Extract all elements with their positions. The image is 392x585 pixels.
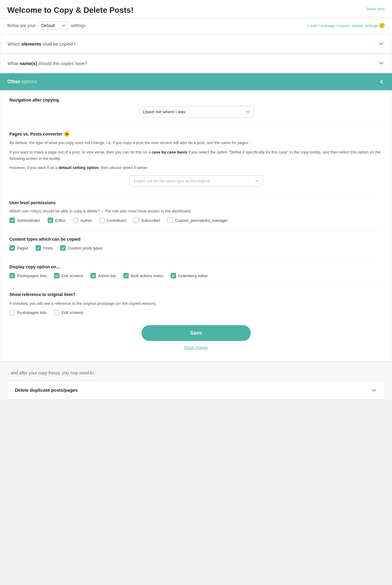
settings-row-left: Below are your Default Custom 1 Custom 2… [7, 21, 86, 30]
permission-author-label: Author [80, 218, 92, 223]
permission-editor-label: Editor [55, 218, 66, 223]
converter-desc3-bold: default setting option [59, 165, 99, 170]
display-copy-section: Display copy option on... Posts/pages li… [9, 264, 383, 278]
elements-prefix: Which [8, 41, 22, 46]
checkbox-custom-posts-icon [60, 245, 66, 251]
converter-title: Pages vs. Posts converter ★ [9, 131, 383, 137]
permission-contributor[interactable]: Contributor [99, 218, 126, 223]
checkbox-custom-permalinks-icon [167, 218, 173, 223]
converter-desc2-prefix: If you want to make a page out of a post… [9, 150, 152, 154]
permission-editor[interactable]: Editor [48, 218, 66, 223]
permissions-desc-italic: The role also must have access to the da… [104, 209, 192, 213]
checkbox-administrator-icon [9, 218, 15, 223]
checkbox-contributor-icon [99, 218, 105, 223]
navigation-dropdown[interactable]: Leave me where I was Go to the copy Go t… [138, 106, 254, 118]
content-type-posts[interactable]: Posts [36, 245, 53, 251]
delete-accordion[interactable]: Delete duplicate posts/pages [7, 381, 385, 400]
names-header-text: What name(s) should the copies have? [8, 61, 87, 66]
reference-posts-lists-label: Posts/pages lists [17, 310, 47, 315]
delete-chevron-down-icon [371, 387, 377, 393]
navigation-title: Navigation after copying [9, 98, 383, 102]
checkbox-author-icon [73, 218, 78, 223]
content-type-pages-label: Pages [17, 246, 28, 250]
divider-5 [9, 287, 383, 287]
display-copy-checkboxes: Posts/pages lists Edit screens Admin bar… [9, 273, 383, 278]
converter-section: Pages vs. Posts converter ★ By default, … [9, 131, 383, 187]
converter-desc3-prefix: However, if you want it as a [9, 165, 59, 170]
other-bold: Other [7, 79, 20, 84]
reference-posts-lists[interactable]: Posts/pages lists [9, 310, 47, 315]
nav-dropdown-wrapper: Leave me where I was Go to the copy Go t… [9, 106, 383, 118]
names-chevron-down-icon [378, 60, 384, 66]
checkbox-pages-icon [9, 245, 15, 251]
elements-accordion: Which elements shall be copied? [0, 34, 392, 53]
reference-edit-screens[interactable]: Edit screens [54, 310, 84, 315]
page-title: Welcome to Copy & Delete Posts! [7, 5, 134, 15]
permission-custom-permalinks[interactable]: Custom_permalinks_manager [167, 218, 227, 223]
checkbox-posts-icon [36, 245, 41, 251]
converter-title-text: Pages vs. Posts converter [9, 132, 62, 136]
other-options-section[interactable]: Other options [0, 73, 392, 90]
display-admin-bar-label: Admin bar [98, 274, 116, 278]
content-type-custom[interactable]: Custom posts types [60, 245, 102, 251]
display-admin-bar[interactable]: Admin bar [90, 273, 116, 278]
settings-dropdown[interactable]: Default Custom 1 Custom 2 [38, 21, 68, 30]
converter-gold-icon: ★ [64, 131, 70, 137]
display-posts-lists-label: Posts/pages lists [17, 274, 47, 278]
checkbox-admin-bar-icon [90, 273, 96, 278]
converter-dropdown[interactable]: Copies will be the same type as the orig… [129, 175, 263, 187]
permissions-desc: Which user role(s) should be able to cop… [9, 209, 383, 213]
elements-suffix: shall be copied? [41, 41, 76, 46]
permissions-section: User level permissions Which user role(s… [9, 200, 383, 223]
content-types-checkboxes: Pages Posts Custom posts types [9, 245, 383, 251]
permission-administrator[interactable]: Administrator [9, 218, 40, 223]
divider-3 [9, 232, 383, 232]
other-options-chevron-left-icon [379, 79, 385, 85]
save-button[interactable]: Save [141, 325, 251, 341]
footer-copy-text: ...and after your copy frenzy, you may n… [7, 370, 385, 375]
names-prefix: What [8, 61, 19, 66]
checkbox-posts-lists-icon [9, 273, 15, 278]
elements-bold: elements [22, 41, 41, 46]
display-posts-lists[interactable]: Posts/pages lists [9, 273, 47, 278]
below-are-your-label: Below are your [7, 23, 36, 28]
elements-header-text: Which elements shall be copied? [8, 41, 75, 46]
reference-checkboxes: Posts/pages lists Edit screens [9, 310, 383, 315]
checkbox-ref-edit-icon [54, 310, 60, 315]
display-edit-screens[interactable]: Edit screens [54, 273, 84, 278]
permission-author[interactable]: Author [73, 218, 92, 223]
display-gutenberg-label: Gutenberg editor [178, 274, 208, 278]
other-light: options [20, 79, 37, 84]
display-bulk-actions[interactable]: Bulk actions menu [123, 273, 163, 278]
elements-accordion-header[interactable]: Which elements shall be copied? [0, 35, 392, 53]
converter-dropdown-wrapper: Copies will be the same type as the orig… [9, 175, 383, 187]
navigation-section: Navigation after copying Leave me where … [9, 98, 383, 118]
top-bar: Welcome to Copy & Delete Posts! Show int… [0, 0, 392, 18]
permission-custom-permalinks-label: Custom_permalinks_manager [175, 218, 227, 223]
divider-4 [9, 259, 383, 260]
save-section: Save Close chapter [9, 325, 383, 350]
names-bold: name(s) [19, 61, 37, 66]
footer-section: ...and after your copy frenzy, you may n… [0, 362, 392, 400]
display-bulk-actions-label: Bulk actions menu [131, 274, 163, 278]
names-accordion-header[interactable]: What name(s) should the copies have? [0, 54, 392, 72]
content-type-pages[interactable]: Pages [9, 245, 28, 251]
delete-title: Delete duplicate posts/pages [15, 387, 78, 393]
close-chapter-link[interactable]: Close chapter [9, 345, 383, 350]
display-gutenberg[interactable]: Gutenberg editor [171, 273, 208, 278]
page-wrapper: Welcome to Copy & Delete Posts! Show int… [0, 0, 392, 400]
show-intro-link[interactable]: Show intro [366, 7, 385, 11]
display-copy-title: Display copy option on... [9, 264, 383, 269]
settings-suffix-label: settings [71, 23, 85, 28]
elements-chevron-down-icon [378, 41, 384, 47]
permissions-title: User level permissions [9, 200, 383, 205]
names-accordion: What name(s) should the copies have? [0, 54, 392, 73]
content-types-title: Content types which can be copied [9, 237, 383, 242]
divider-1 [9, 126, 383, 126]
settings-row: Below are your Default Custom 1 Custom 2… [0, 18, 392, 34]
permission-subscriber[interactable]: Subscriber [134, 218, 160, 223]
checkbox-ref-posts-icon [9, 310, 15, 315]
converter-desc2: If you want to make a page out of a post… [9, 149, 383, 162]
checkbox-editor-icon [48, 218, 53, 223]
add-settings-link[interactable]: + Add / manage / import / export setting… [307, 23, 385, 28]
